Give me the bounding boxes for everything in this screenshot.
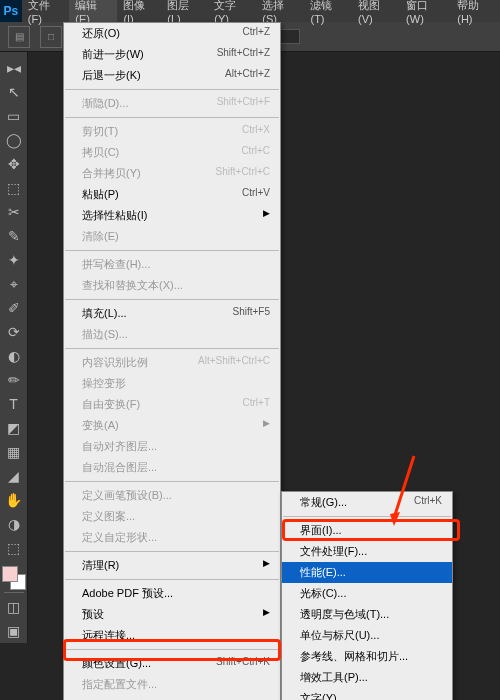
menu-shortcut: Ctrl+T [243, 397, 271, 412]
tool-grip[interactable]: ▸◂ [2, 56, 26, 80]
tool-2[interactable]: ◯ [2, 128, 26, 152]
submenu-arrow-icon: ▶ [263, 208, 270, 223]
tool-0[interactable]: ↖ [2, 80, 26, 104]
menu-label: 参考线、网格和切片... [300, 649, 442, 664]
edit-item-10[interactable]: 选择性粘贴(I)▶ [64, 205, 280, 226]
menubar-item-9[interactable]: 帮助(H) [451, 0, 500, 25]
tool-11[interactable]: ◐ [2, 344, 26, 368]
edit-menu: 还原(O)Ctrl+Z前进一步(W)Shift+Ctrl+Z后退一步(K)Alt… [63, 22, 281, 700]
menu-shortcut: Shift+Ctrl+C [216, 166, 270, 181]
tool-5[interactable]: ✂ [2, 200, 26, 224]
opt-icon-2[interactable]: □ [40, 26, 62, 48]
pref-item-8[interactable]: 参考线、网格和切片... [282, 646, 452, 667]
edit-item-32[interactable]: Adobe PDF 预设... [64, 583, 280, 604]
pref-item-0[interactable]: 常规(G)...Ctrl+K [282, 492, 452, 513]
pref-item-2[interactable]: 界面(I)... [282, 520, 452, 541]
menu-label: 远程连接... [82, 628, 270, 643]
menubar-item-3[interactable]: 图层(L) [161, 0, 208, 25]
submenu-arrow-icon: ▶ [263, 607, 270, 622]
edit-item-28: 定义自定形状... [64, 527, 280, 548]
menu-label: 渐隐(D)... [82, 96, 197, 111]
menu-label: 内容识别比例 [82, 355, 178, 370]
menu-shortcut: Ctrl+X [242, 124, 270, 139]
pref-item-6[interactable]: 透明度与色域(T)... [282, 604, 452, 625]
menu-label: 预设 [82, 607, 251, 622]
pref-item-9[interactable]: 增效工具(P)... [282, 667, 452, 688]
tool-16[interactable]: ◢ [2, 464, 26, 488]
pref-item-7[interactable]: 单位与标尺(U)... [282, 625, 452, 646]
edit-item-16[interactable]: 填充(L)...Shift+F5 [64, 303, 280, 324]
menu-label: 指定配置文件... [82, 677, 270, 692]
tool-4[interactable]: ⬚ [2, 176, 26, 200]
tool-8[interactable]: ⌖ [2, 272, 26, 296]
edit-item-7: 拷贝(C)Ctrl+C [64, 142, 280, 163]
menu-label: 操控变形 [82, 376, 270, 391]
edit-item-8: 合并拷贝(Y)Shift+Ctrl+C [64, 163, 280, 184]
menu-label: 文件处理(F)... [300, 544, 442, 559]
menu-label: 透明度与色域(T)... [300, 607, 442, 622]
menu-label: 性能(E)... [300, 565, 442, 580]
menubar-item-0[interactable]: 文件(F) [22, 0, 70, 25]
menubar-item-5[interactable]: 选择(S) [256, 0, 304, 25]
edit-item-27: 定义图案... [64, 506, 280, 527]
tool-12[interactable]: ✏ [2, 368, 26, 392]
color-swatches[interactable] [2, 566, 26, 590]
tool-9[interactable]: ✐ [2, 296, 26, 320]
tool-preset-icon[interactable]: ▤ [8, 26, 30, 48]
screen-mode[interactable]: ▣ [2, 619, 26, 643]
quick-mask[interactable]: ◫ [2, 595, 26, 619]
edit-item-4: 渐隐(D)...Shift+Ctrl+F [64, 93, 280, 114]
tool-7[interactable]: ✦ [2, 248, 26, 272]
menubar-item-2[interactable]: 图像(I) [117, 0, 161, 25]
menubar-item-1[interactable]: 编辑(E) [69, 0, 117, 25]
tool-17[interactable]: ✋ [2, 488, 26, 512]
menu-label: 光标(C)... [300, 586, 442, 601]
menu-label: 定义画笔预设(B)... [82, 488, 270, 503]
menu-label: 文字(Y)... [300, 691, 442, 700]
menu-shortcut: Shift+F5 [232, 306, 270, 321]
edit-item-34[interactable]: 远程连接... [64, 625, 280, 646]
menubar-item-8[interactable]: 窗口(W) [400, 0, 451, 25]
tool-15[interactable]: ▦ [2, 440, 26, 464]
edit-item-1[interactable]: 前进一步(W)Shift+Ctrl+Z [64, 44, 280, 65]
menubar: Ps 文件(F)编辑(E)图像(I)图层(L)文字(Y)选择(S)滤镜(T)视图… [0, 0, 500, 22]
edit-item-0[interactable]: 还原(O)Ctrl+Z [64, 23, 280, 44]
menu-label: 粘贴(P) [82, 187, 222, 202]
menu-label: 拼写检查(H)... [82, 257, 270, 272]
menu-label: 合并拷贝(Y) [82, 166, 196, 181]
submenu-arrow-icon: ▶ [263, 418, 270, 433]
menu-shortcut: Ctrl+C [241, 145, 270, 160]
edit-item-23: 自动对齐图层... [64, 436, 280, 457]
menu-shortcut: Shift+Ctrl+F [217, 96, 270, 111]
menubar-item-4[interactable]: 文字(Y) [208, 0, 256, 25]
menubar-item-7[interactable]: 视图(V) [352, 0, 400, 25]
edit-item-2[interactable]: 后退一步(K)Alt+Ctrl+Z [64, 65, 280, 86]
edit-item-30[interactable]: 清理(R)▶ [64, 555, 280, 576]
edit-item-21: 自由变换(F)Ctrl+T [64, 394, 280, 415]
ps-logo: Ps [0, 0, 22, 22]
pref-item-10[interactable]: 文字(Y)... [282, 688, 452, 700]
edit-item-38: 转换为配置文件(V)... [64, 695, 280, 700]
tool-6[interactable]: ✎ [2, 224, 26, 248]
menu-label: 还原(O) [82, 26, 223, 41]
tool-10[interactable]: ⟳ [2, 320, 26, 344]
menu-label: 变换(A) [82, 418, 251, 433]
tool-18[interactable]: ◑ [2, 512, 26, 536]
tool-13[interactable]: T [2, 392, 26, 416]
edit-item-9[interactable]: 粘贴(P)Ctrl+V [64, 184, 280, 205]
tool-3[interactable]: ✥ [2, 152, 26, 176]
foreground-swatch[interactable] [2, 566, 18, 582]
edit-item-11: 清除(E) [64, 226, 280, 247]
tool-19[interactable]: ⬚ [2, 536, 26, 560]
tool-14[interactable]: ◩ [2, 416, 26, 440]
edit-item-33[interactable]: 预设▶ [64, 604, 280, 625]
pref-item-4[interactable]: 性能(E)... [282, 562, 452, 583]
tool-1[interactable]: ▭ [2, 104, 26, 128]
menu-label: 定义自定形状... [82, 530, 270, 545]
edit-item-36[interactable]: 颜色设置(G)...Shift+Ctrl+K [64, 653, 280, 674]
menu-label: 定义图案... [82, 509, 270, 524]
menu-shortcut: Ctrl+K [414, 495, 442, 510]
pref-item-3[interactable]: 文件处理(F)... [282, 541, 452, 562]
menubar-item-6[interactable]: 滤镜(T) [304, 0, 352, 25]
pref-item-5[interactable]: 光标(C)... [282, 583, 452, 604]
